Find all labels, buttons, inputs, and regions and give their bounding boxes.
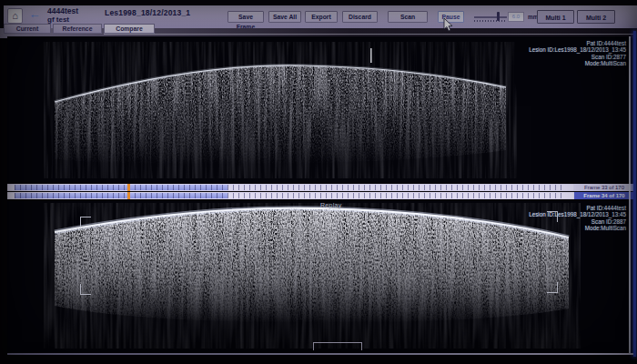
frame-counter-bottom: Frame 34 of 170: [574, 192, 634, 199]
patient-name-label: gf test: [47, 15, 69, 24]
lesion-id-text: Lesion ID:Les1998_18/12/2013_13:45: [529, 46, 626, 53]
discard-button[interactable]: Discard: [342, 11, 378, 23]
selection-bracket-bottom-left: [80, 284, 91, 295]
selection-bracket-top-right: [547, 211, 558, 222]
scale-notch-indicator: [313, 342, 362, 350]
lesion-id-text: Lesion ID:Les1998_18/12/2013_13:45: [529, 211, 626, 217]
replay-status-label: Replay: [320, 202, 342, 208]
tab-compare[interactable]: Compare: [104, 24, 155, 34]
selection-bracket-top-left: [80, 217, 91, 228]
range-value-field[interactable]: 6.0: [508, 12, 524, 22]
slider-tick-marks: [474, 20, 507, 22]
scrubber-position-marker[interactable]: [127, 192, 130, 199]
patient-id-label: 4444test: [47, 6, 78, 15]
selection-bracket-bottom-right: [547, 282, 558, 293]
screen-right-edge-glow: [633, 31, 636, 357]
frame-scrubber-bottom[interactable]: Frame 34 of 170: [7, 192, 634, 199]
scan-range-slider[interactable]: [474, 16, 507, 18]
tab-reference[interactable]: Reference: [53, 24, 102, 34]
scan-marker-top: [370, 48, 372, 63]
export-button[interactable]: Export: [305, 11, 338, 23]
scrubber-position-marker[interactable]: [127, 184, 130, 191]
panel-bottom-border: [7, 353, 633, 355]
scrubber-ticks: [15, 185, 566, 190]
slider-knob[interactable]: [497, 12, 500, 21]
panel-right-border: [629, 36, 631, 353]
frame-scrubber-top[interactable]: Frame 33 of 170: [7, 184, 634, 191]
save-all-button[interactable]: Save All: [268, 11, 301, 23]
scan-info-overlay-bottom: Pat ID:4444test Lesion ID:Les1998_18/12/…: [529, 205, 626, 232]
multi-2-button[interactable]: Multi 2: [577, 10, 615, 24]
tab-current[interactable]: Current: [4, 24, 51, 34]
scrubber-ticks: [15, 193, 566, 198]
mode-text: Mode:MultiScan: [529, 60, 626, 66]
back-arrow-icon[interactable]: ←: [26, 7, 43, 22]
scan-button[interactable]: Scan: [388, 11, 428, 23]
multi-1-button[interactable]: Multi 1: [537, 10, 574, 24]
study-title: Les1998_18/12/2013_1: [105, 8, 190, 17]
active-tab-underline: [104, 34, 635, 35]
save-frame-button[interactable]: Save Frame: [228, 11, 264, 23]
scan-info-overlay-top: Pat ID:4444test Lesion ID:Les1998_18/12/…: [529, 40, 626, 67]
mouse-cursor: [443, 18, 453, 32]
frame-counter-top: Frame 33 of 170: [574, 184, 634, 191]
mode-text: Mode:MultiScan: [529, 225, 626, 231]
home-icon[interactable]: ⌂: [7, 8, 23, 24]
